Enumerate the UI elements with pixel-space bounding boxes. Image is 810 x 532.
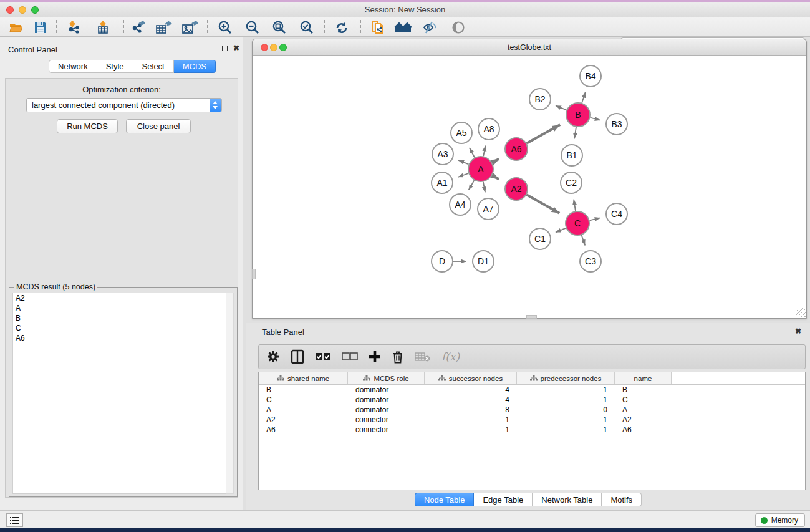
- minimize-window-button[interactable]: [19, 6, 26, 14]
- import-network-icon[interactable]: [64, 19, 85, 35]
- bird-eye-view-icon[interactable]: [448, 19, 469, 35]
- open-session-icon[interactable]: [6, 19, 27, 35]
- export-image-icon[interactable]: [180, 19, 201, 35]
- result-item-a2[interactable]: A2: [13, 293, 226, 303]
- graph-edge-C-C2[interactable]: [574, 200, 576, 211]
- tab-network-table[interactable]: Network Table: [533, 493, 602, 506]
- mcds-result-list[interactable]: A2ABCA6: [12, 293, 226, 494]
- select-all-checkboxes-icon[interactable]: [315, 349, 331, 365]
- zoom-out-icon[interactable]: [242, 19, 263, 35]
- close-window-button[interactable]: [6, 6, 14, 14]
- main-titlebar: Session: New Session: [0, 2, 810, 17]
- result-item-b[interactable]: B: [13, 313, 226, 323]
- graph-edge-C-C4[interactable]: [589, 218, 600, 220]
- zoom-in-icon[interactable]: [215, 19, 236, 35]
- graph-edge-C-C1[interactable]: [556, 228, 566, 233]
- run-mcds-button[interactable]: Run MCDS: [57, 119, 118, 133]
- show-columns-icon[interactable]: [291, 349, 304, 365]
- network-view-window: testGlobe.txt AA1A2A3A4A5A6A7A8BB1B2B3B4…: [252, 39, 807, 319]
- table-cell: A: [259, 405, 348, 415]
- unselect-all-checkboxes-icon[interactable]: [342, 349, 358, 365]
- zoom-selected-icon[interactable]: [296, 19, 317, 35]
- graph-edge-A2-C[interactable]: [527, 195, 560, 213]
- table-cell: A2: [615, 415, 672, 425]
- task-history-button[interactable]: [6, 513, 23, 527]
- tab-network[interactable]: Network: [49, 60, 97, 73]
- tab-mcds[interactable]: MCDS: [174, 60, 216, 73]
- tab-motifs[interactable]: Motifs: [602, 493, 642, 506]
- graph-edge-B-B1[interactable]: [574, 127, 576, 139]
- column-header-predecessor-nodes[interactable]: predecessor nodes: [517, 372, 615, 384]
- close-panel-icon[interactable]: ✖: [233, 45, 239, 52]
- graph-edge-A-A1[interactable]: [458, 173, 468, 177]
- criterion-dropdown[interactable]: largest connected component (directed): [26, 98, 222, 112]
- graph-edge-A-A3[interactable]: [458, 160, 468, 164]
- result-item-a6[interactable]: A6: [13, 333, 226, 343]
- save-session-icon[interactable]: [30, 19, 51, 35]
- graph-edge-C-C3[interactable]: [582, 235, 586, 246]
- result-item-a[interactable]: A: [13, 303, 226, 313]
- tab-style[interactable]: Style: [97, 60, 133, 73]
- column-header-MCDS-role[interactable]: MCDS role: [348, 372, 425, 384]
- network-minimize-button[interactable]: [270, 44, 277, 51]
- toolbar-separator: [123, 20, 124, 34]
- float-panel-icon[interactable]: [784, 329, 789, 334]
- network-zoom-button[interactable]: [279, 44, 287, 51]
- graph-edge-A6-B[interactable]: [527, 125, 561, 143]
- close-panel-icon[interactable]: ✖: [795, 328, 801, 335]
- horizontal-splitter-handle[interactable]: [526, 315, 537, 319]
- memory-label: Memory: [771, 516, 798, 525]
- graph-edge-A-A2[interactable]: [492, 175, 499, 179]
- graph-edge-A-A7[interactable]: [483, 182, 485, 193]
- column-header-shared-name[interactable]: shared name: [259, 372, 348, 384]
- network-window-titlebar[interactable]: testGlobe.txt: [253, 39, 806, 56]
- graph-edge-B-B3[interactable]: [590, 118, 600, 120]
- column-type-icon: [530, 375, 538, 382]
- graph-edge-A-A8[interactable]: [483, 145, 485, 156]
- network-close-button[interactable]: [261, 44, 268, 51]
- graph-edge-A-A6[interactable]: [492, 159, 499, 163]
- zoom-window-button[interactable]: [31, 6, 39, 14]
- list-icon: [10, 516, 20, 525]
- tab-node-table[interactable]: Node Table: [415, 493, 475, 506]
- memory-button[interactable]: Memory: [755, 513, 805, 527]
- result-item-c[interactable]: C: [13, 323, 226, 333]
- float-panel-icon[interactable]: [222, 46, 228, 51]
- table-row[interactable]: Adominator80A: [259, 405, 805, 415]
- mcds-result-groupbox: MCDS result (5 nodes) A2ABCA6: [9, 287, 238, 497]
- node-table[interactable]: shared nameMCDS rolesuccessor nodesprede…: [258, 372, 806, 490]
- column-header-successor-nodes[interactable]: successor nodes: [425, 372, 517, 384]
- delete-column-icon[interactable]: [392, 349, 404, 365]
- show-hide-graphics-details-icon[interactable]: [419, 19, 440, 35]
- graph-edge-A-A5[interactable]: [470, 148, 475, 158]
- network-window-title: testGlobe.txt: [253, 39, 806, 56]
- refresh-icon[interactable]: [331, 19, 352, 35]
- table-row[interactable]: A2connector11A2: [259, 415, 805, 425]
- table-row[interactable]: Bdominator41B: [259, 385, 805, 395]
- table-row[interactable]: A6connector11A6: [259, 425, 805, 435]
- column-header-name[interactable]: name: [615, 372, 672, 384]
- mcds-result-scrollbar[interactable]: [226, 293, 234, 494]
- window-resize-grip[interactable]: [796, 308, 806, 317]
- graph-edge-B-B4[interactable]: [582, 92, 586, 103]
- close-panel-button[interactable]: Close panel: [126, 119, 191, 133]
- import-table-icon[interactable]: [92, 19, 113, 35]
- graph-node-label-A6: A6: [511, 144, 521, 154]
- show-hide-network-overview-icon[interactable]: [393, 19, 414, 35]
- export-table-icon[interactable]: [153, 19, 175, 35]
- tab-edge-table[interactable]: Edge Table: [474, 493, 533, 506]
- graph-node-label-A1: A1: [436, 178, 447, 188]
- network-canvas[interactable]: AA1A2A3A4A5A6A7A8BB1B2B3B4CC1C2C3C4DD1: [253, 56, 806, 318]
- table-row[interactable]: Cdominator41C: [259, 395, 805, 405]
- control-panel-window-buttons: ✖: [222, 45, 239, 52]
- memory-status-icon: [761, 517, 768, 524]
- graph-edge-A-A4[interactable]: [469, 180, 475, 190]
- tab-select[interactable]: Select: [133, 60, 174, 73]
- zoom-fit-icon[interactable]: [269, 19, 290, 35]
- export-network-icon[interactable]: [127, 19, 148, 35]
- add-column-icon[interactable]: [369, 349, 381, 365]
- table-options-gear-icon[interactable]: [266, 349, 280, 365]
- graph-edge-B-B2[interactable]: [556, 105, 567, 110]
- vertical-splitter-handle[interactable]: [252, 269, 256, 279]
- duplicate-network-icon[interactable]: [368, 19, 389, 35]
